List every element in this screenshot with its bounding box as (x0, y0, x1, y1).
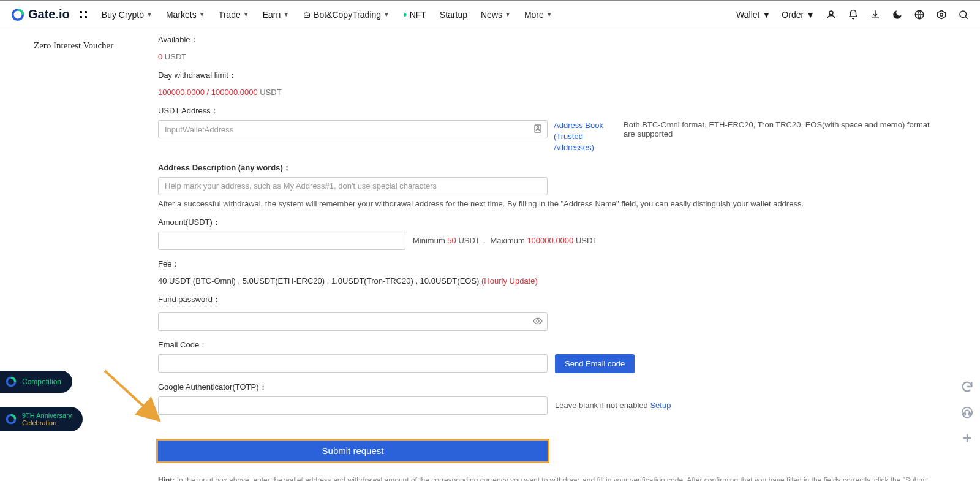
description-label: Address Description (any words)： (158, 162, 930, 173)
chevron-down-icon: ▼ (146, 11, 153, 18)
svg-point-21 (962, 407, 973, 418)
daylimit-label: Day withdrawal limit： (158, 70, 930, 81)
search-icon[interactable] (958, 9, 969, 20)
logo-icon (5, 413, 17, 425)
plus-icon[interactable] (960, 431, 974, 445)
contacts-icon[interactable] (533, 124, 543, 134)
address-book-link[interactable]: Address Book (554, 120, 617, 131)
address-label: USDT Address： (158, 105, 930, 116)
nav-wallet[interactable]: Wallet▼ (736, 10, 771, 20)
moon-icon[interactable] (892, 9, 903, 20)
totp-label: Google Authenticator(TOTP)： (158, 382, 930, 393)
totp-setup-link[interactable]: Setup (650, 401, 671, 410)
svg-line-14 (965, 17, 968, 19)
nav-trade[interactable]: Trade▼ (219, 10, 249, 20)
svg-line-18 (105, 371, 154, 415)
robot-icon (303, 10, 311, 19)
eye-icon[interactable] (533, 316, 543, 326)
fund-password-input[interactable] (158, 312, 548, 331)
nav-bot-copy[interactable]: Bot&CopyTrading▼ (303, 10, 390, 20)
totp-helper: Leave blank if not enabled Setup (555, 401, 671, 410)
fee-value: 40 USDT (BTC-Omni) , 5.0USDT(ETH-ERC20) … (158, 276, 538, 286)
svg-rect-3 (80, 16, 82, 18)
svg-point-13 (960, 11, 967, 18)
available-value: 0 (158, 52, 162, 61)
svg-rect-1 (80, 11, 82, 13)
chevron-down-icon: ▼ (762, 10, 771, 20)
apps-icon[interactable] (78, 10, 88, 20)
anniversary-pill[interactable]: 9TH AnniversaryCelebration (0, 407, 83, 431)
nav-nft[interactable]: ♦NFT (403, 10, 426, 20)
svg-rect-22 (964, 413, 966, 415)
submit-request-button[interactable]: Submit request (158, 441, 548, 461)
svg-marker-11 (937, 10, 946, 19)
address-input[interactable] (158, 120, 548, 138)
chevron-down-icon: ▼ (806, 10, 815, 20)
download-icon[interactable] (870, 9, 881, 20)
logo-icon (5, 376, 17, 388)
currency-icon[interactable] (936, 9, 947, 20)
brand-text: Gate.io (28, 7, 70, 21)
amount-limits: Minimum 50 USDT， Maximum 100000.0000 USD… (413, 235, 597, 246)
svg-rect-5 (304, 13, 310, 17)
svg-rect-23 (969, 413, 971, 415)
nav-markets[interactable]: Markets▼ (166, 10, 205, 20)
nav-order[interactable]: Order▼ (782, 10, 815, 20)
chevron-down-icon: ▼ (243, 11, 249, 18)
competition-pill[interactable]: Competition (0, 371, 72, 393)
emailcode-label: Email Code： (158, 339, 930, 350)
chevron-down-icon: ▼ (505, 11, 511, 18)
hint-text: Hint: In the input box above, enter the … (158, 475, 930, 481)
chevron-down-icon: ▼ (546, 11, 552, 18)
main-nav: Buy Crypto▼ Markets▼ Trade▼ Earn▼ Bot&Co… (102, 10, 552, 20)
nav-earn[interactable]: Earn▼ (263, 10, 289, 20)
refresh-icon[interactable] (960, 380, 974, 393)
nav-news[interactable]: News▼ (481, 10, 511, 20)
fee-label: Fee： (158, 259, 930, 270)
available-unit: USDT (165, 52, 186, 61)
bell-icon[interactable] (848, 9, 859, 20)
brand-logo[interactable]: Gate.io (11, 7, 70, 21)
chevron-down-icon: ▼ (199, 11, 205, 18)
svg-point-12 (940, 13, 943, 16)
svg-point-7 (307, 15, 309, 16)
user-icon[interactable] (826, 9, 837, 20)
support-icon[interactable] (960, 406, 974, 419)
email-code-input[interactable] (158, 354, 548, 373)
svg-rect-4 (85, 16, 87, 18)
svg-point-6 (305, 15, 306, 16)
nav-more[interactable]: More▼ (524, 10, 552, 20)
logo-icon (11, 8, 24, 21)
header-right: Wallet▼ Order▼ (736, 9, 969, 20)
svg-point-16 (537, 126, 538, 128)
svg-rect-2 (85, 11, 87, 13)
sidebar-voucher-link[interactable]: Zero Interest Voucher (34, 40, 113, 51)
svg-point-17 (537, 320, 539, 322)
header: Gate.io Buy Crypto▼ Markets▼ Trade▼ Earn… (0, 1, 980, 28)
address-format-note: Both BTC-Omni format, ETH-ERC20, Tron TR… (624, 120, 930, 138)
chevron-down-icon: ▼ (283, 11, 289, 18)
annotation-arrow (102, 368, 163, 423)
withdraw-form: Available： 0 USDT Day withdrawal limit： … (158, 34, 930, 481)
nav-startup[interactable]: Startup (440, 10, 467, 20)
globe-icon[interactable] (914, 9, 925, 20)
flame-icon: ♦ (403, 10, 407, 19)
nav-buy-crypto[interactable]: Buy Crypto▼ (102, 10, 153, 20)
trusted-addresses-link[interactable]: (Trusted Addresses) (554, 131, 617, 153)
right-dock (960, 380, 974, 445)
description-input[interactable] (158, 177, 548, 195)
send-email-code-button[interactable]: Send Email code (555, 354, 635, 373)
fundpw-label: Fund password： (158, 294, 221, 306)
amount-label: Amount(USDT)： (158, 217, 930, 228)
available-label: Available： (158, 34, 930, 45)
amount-input[interactable] (158, 232, 405, 250)
description-helper: After a successful withdrawal, the syste… (158, 199, 930, 208)
daylimit-value: 100000.0000 / 100000.0000 (158, 88, 258, 97)
svg-point-9 (829, 11, 833, 15)
totp-input[interactable] (158, 396, 548, 415)
chevron-down-icon: ▼ (383, 11, 390, 18)
daylimit-unit: USDT (260, 88, 281, 97)
